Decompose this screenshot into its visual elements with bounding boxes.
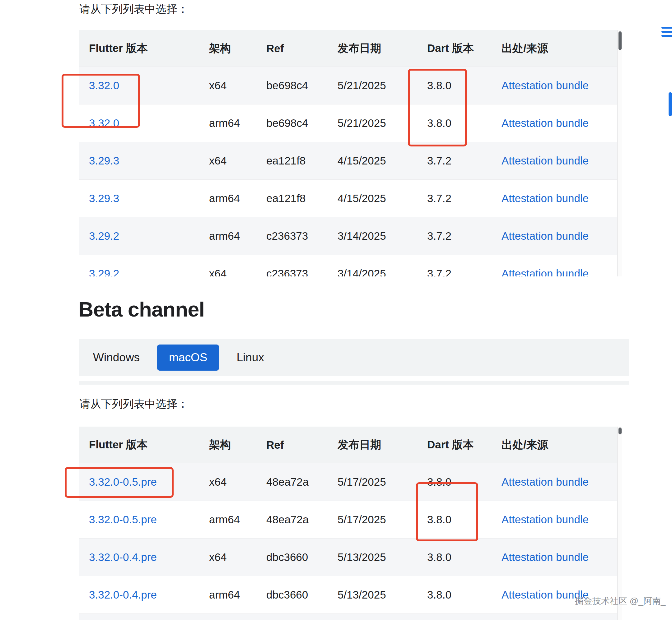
release-date-value: 4/15/2025 [338, 192, 427, 205]
arch-value: arm64 [209, 588, 266, 601]
arch-value: x64 [209, 551, 266, 563]
release-date-value: 4/15/2025 [338, 155, 427, 167]
toc-icon-bar [661, 35, 672, 37]
attestation-bundle-link[interactable]: Attestation bundle [501, 551, 589, 563]
scrollbar-thumb[interactable] [619, 427, 622, 434]
tab-macos[interactable]: macOS [157, 345, 219, 371]
arch-value: arm64 [209, 230, 266, 242]
release-date-value: 5/17/2025 [338, 476, 427, 488]
table-row: 3.29.2 x64 c236373 3/14/2025 3.7.2 Attes… [79, 255, 622, 276]
table-scrollbar[interactable] [617, 427, 622, 620]
select-prompt: 请从下列列表中选择： [79, 2, 188, 16]
flutter-version-link[interactable]: 3.32.0-0.4.pre [89, 588, 157, 601]
table-scrollbar[interactable] [617, 30, 622, 276]
ref-value: 48ea72a [266, 476, 338, 488]
arch-value: x64 [209, 476, 266, 488]
ref-value: c236373 [266, 230, 338, 242]
col-header-dart-version: Dart 版本 [427, 437, 501, 452]
ref-value: dbc3660 [266, 588, 338, 601]
flutter-version-link[interactable]: 3.32.0-0.4.pre [89, 551, 157, 563]
table-row: 3.29.3 x64 ea121f8 4/15/2025 3.7.2 Attes… [79, 142, 622, 179]
flutter-version-link[interactable]: 3.29.2 [89, 267, 119, 276]
attestation-bundle-link[interactable]: Attestation bundle [501, 79, 589, 91]
flutter-version-link[interactable]: 3.29.2 [89, 230, 119, 242]
dart-version-value: 3.7.2 [427, 192, 501, 205]
toc-list-icon[interactable] [661, 27, 672, 39]
col-header-arch: 架构 [209, 437, 266, 452]
tab-linux[interactable]: Linux [236, 351, 264, 364]
ref-value: dbc3660 [266, 551, 338, 563]
ref-value: c236373 [266, 267, 338, 276]
attestation-bundle-link[interactable]: Attestation bundle [501, 230, 589, 242]
arch-value: x64 [209, 267, 266, 276]
release-date-value: 5/21/2025 [338, 79, 427, 92]
watermark: 掘金技术社区 @_阿南_ [575, 595, 666, 607]
col-header-ref: Ref [266, 439, 338, 451]
arch-value: x64 [209, 79, 266, 92]
table-row: 3.32.0-0.5.pre x64 48ea72a 5/17/2025 3.8… [79, 463, 622, 501]
attestation-bundle-link[interactable]: Attestation bundle [501, 476, 589, 488]
select-prompt: 请从下列列表中选择： [79, 397, 188, 411]
dart-version-value: 3.7.2 [427, 155, 501, 167]
release-date-value: 5/13/2025 [338, 551, 427, 563]
table-row: 3.32.0 arm64 be698c4 5/21/2025 3.8.0 Att… [79, 104, 622, 142]
table-row: 3.32.0 x64 be698c4 5/21/2025 3.8.0 Attes… [79, 66, 622, 104]
beta-channel-heading: Beta channel [79, 297, 204, 321]
scrollbar-thumb[interactable] [619, 32, 622, 50]
col-header-release-date: 发布日期 [338, 437, 427, 452]
table-row-partial [79, 614, 622, 620]
col-header-dart-version: Dart 版本 [427, 41, 501, 56]
attestation-bundle-link[interactable]: Attestation bundle [501, 513, 589, 525]
table-row: 3.32.0-0.5.pre arm64 48ea72a 5/17/2025 3… [79, 501, 622, 538]
dart-version-value: 3.7.2 [427, 267, 501, 276]
col-header-source: 出处/来源 [501, 437, 617, 452]
release-date-value: 5/17/2025 [338, 513, 427, 526]
col-header-source: 出处/来源 [501, 41, 617, 56]
col-header-release-date: 发布日期 [338, 41, 427, 56]
stable-versions-table: Flutter 版本 架构 Ref 发布日期 Dart 版本 出处/来源 3.3… [79, 30, 622, 276]
flutter-version-link[interactable]: 3.29.3 [89, 155, 119, 167]
page: 请从下列列表中选择： Flutter 版本 架构 Ref 发布日期 Dart 版… [0, 0, 672, 620]
ref-value: ea121f8 [266, 192, 338, 205]
attestation-bundle-link[interactable]: Attestation bundle [501, 155, 589, 167]
dart-version-value: 3.8.0 [427, 551, 501, 563]
release-date-value: 3/14/2025 [338, 230, 427, 242]
col-header-flutter-version: Flutter 版本 [89, 437, 209, 452]
toc-icon-bar [661, 31, 672, 33]
table-row: 3.32.0-0.4.pre x64 dbc3660 5/13/2025 3.8… [79, 538, 622, 576]
tab-windows[interactable]: Windows [93, 351, 140, 364]
flutter-version-link[interactable]: 3.32.0 [89, 117, 119, 129]
arch-value: arm64 [209, 117, 266, 130]
dart-version-value: 3.8.0 [427, 117, 501, 130]
flutter-version-link[interactable]: 3.32.0-0.5.pre [89, 513, 157, 525]
arch-value: arm64 [209, 192, 266, 205]
dart-version-value: 3.8.0 [427, 476, 501, 488]
release-date-value: 3/14/2025 [338, 267, 427, 276]
dart-version-value: 3.7.2 [427, 230, 501, 242]
col-header-ref: Ref [266, 42, 338, 55]
beta-versions-table: Flutter 版本 架构 Ref 发布日期 Dart 版本 出处/来源 3.3… [79, 427, 622, 620]
table-header-row: Flutter 版本 架构 Ref 发布日期 Dart 版本 出处/来源 [79, 30, 622, 66]
flutter-version-link[interactable]: 3.32.0 [89, 79, 119, 91]
page-scrollbar-thumb[interactable] [669, 92, 672, 116]
toc-icon-bar [661, 27, 672, 29]
attestation-bundle-link[interactable]: Attestation bundle [501, 267, 589, 276]
table-row: 3.29.3 arm64 ea121f8 4/15/2025 3.7.2 Att… [79, 179, 622, 217]
flutter-version-link[interactable]: 3.32.0-0.5.pre [89, 476, 157, 488]
ref-value: ea121f8 [266, 155, 338, 167]
dart-version-value: 3.8.0 [427, 588, 501, 601]
table-row: 3.29.2 arm64 c236373 3/14/2025 3.7.2 Att… [79, 217, 622, 255]
flutter-version-link[interactable]: 3.29.3 [89, 192, 119, 204]
ref-value: be698c4 [266, 79, 338, 92]
release-date-value: 5/13/2025 [338, 588, 427, 601]
dart-version-value: 3.8.0 [427, 79, 501, 92]
col-header-arch: 架构 [209, 41, 266, 56]
dart-version-value: 3.8.0 [427, 513, 501, 526]
arch-value: x64 [209, 155, 266, 167]
os-tab-strip: Windows macOS Linux [79, 339, 629, 376]
tab-panel-footer [79, 381, 629, 384]
attestation-bundle-link[interactable]: Attestation bundle [501, 192, 589, 204]
col-header-flutter-version: Flutter 版本 [89, 41, 209, 56]
attestation-bundle-link[interactable]: Attestation bundle [501, 117, 589, 129]
ref-value: 48ea72a [266, 513, 338, 526]
